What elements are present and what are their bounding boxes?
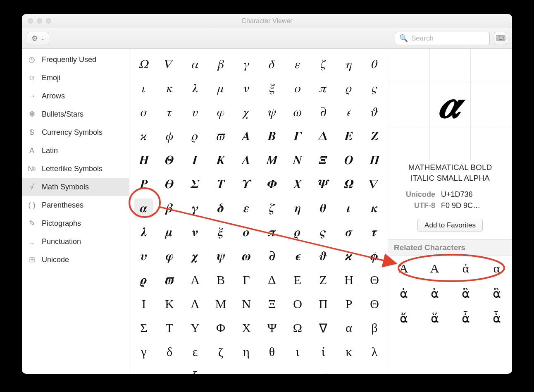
- glyph-cell[interactable]: υ: [362, 364, 387, 374]
- glyph-cell[interactable]: Ξ: [259, 292, 285, 316]
- related-glyph-cell[interactable]: ά: [450, 256, 481, 281]
- glyph-cell[interactable]: 𝝃: [208, 220, 234, 244]
- glyph-cell[interactable]: ο: [208, 364, 234, 374]
- sidebar-item-currency-symbols[interactable]: $Currency Symbols: [22, 123, 129, 141]
- glyph-cell[interactable]: σ: [310, 364, 336, 374]
- glyph-cell[interactable]: 𝜍: [362, 76, 387, 100]
- sidebar-item-bullets-stars[interactable]: ✻Bullets/Stars: [22, 105, 129, 123]
- glyph-cell[interactable]: Ο: [285, 292, 310, 316]
- glyph-cell[interactable]: Τ: [157, 316, 182, 340]
- glyph-cell[interactable]: Θ: [362, 292, 387, 316]
- glyph-cell[interactable]: α: [336, 316, 362, 340]
- glyph-cell[interactable]: 𝝍: [208, 244, 234, 268]
- glyph-cell[interactable]: ξ: [182, 364, 208, 374]
- glyph-cell[interactable]: 𝜦: [234, 148, 259, 172]
- glyph-cell[interactable]: β: [362, 316, 387, 340]
- related-glyph-cell[interactable]: ἇ: [481, 306, 512, 330]
- sidebar-item-frequently-used[interactable]: ◷Frequently Used: [22, 50, 129, 69]
- glyph-cell[interactable]: Η: [336, 268, 362, 292]
- glyph-cell[interactable]: 𝜄: [131, 76, 157, 100]
- glyph-cell[interactable]: 𝛾: [234, 52, 259, 76]
- glyph-cell[interactable]: 𝜈: [234, 76, 259, 100]
- glyph-cell[interactable]: 𝝁: [157, 220, 182, 244]
- glyph-cell[interactable]: 𝜾: [336, 196, 362, 220]
- glyph-cell[interactable]: 𝝒: [336, 244, 362, 268]
- related-glyph-cell[interactable]: ἅ: [419, 306, 450, 330]
- glyph-cell[interactable]: 𝜯: [208, 172, 234, 196]
- glyph-cell[interactable]: 𝝋: [157, 244, 182, 268]
- glyph-cell[interactable]: 𝜫: [362, 148, 387, 172]
- glyph-cell[interactable]: 𝜼: [285, 196, 310, 220]
- related-glyph-cell[interactable]: ἁ: [419, 281, 450, 306]
- related-glyph-cell[interactable]: ἄ: [388, 306, 419, 330]
- add-to-favorites-button[interactable]: Add to Favorites: [417, 219, 483, 232]
- glyph-cell[interactable]: 𝜢: [131, 148, 157, 172]
- glyph-cell[interactable]: 𝜽: [310, 196, 336, 220]
- related-glyph-cell[interactable]: ἀ: [388, 281, 419, 306]
- glyph-cell[interactable]: 𝜝: [259, 124, 285, 148]
- glyph-cell[interactable]: 𝜑: [208, 100, 234, 124]
- glyph-cell[interactable]: Φ: [208, 316, 234, 340]
- glyph-cell[interactable]: 𝜤: [182, 148, 208, 172]
- sidebar-item-punctuation[interactable]: .,Punctuation: [22, 232, 129, 251]
- glyph-cell[interactable]: ί: [310, 340, 336, 364]
- glyph-cell[interactable]: 𝜩: [310, 148, 336, 172]
- glyph-cell[interactable]: 𝝄: [234, 220, 259, 244]
- glyph-cell[interactable]: 𝜳: [310, 172, 336, 196]
- glyph-cell[interactable]: 𝜒: [234, 100, 259, 124]
- glyph-cell[interactable]: 𝛿: [259, 52, 285, 76]
- sidebar-item-parentheses[interactable]: ( )Parentheses: [22, 196, 129, 214]
- glyph-cell[interactable]: λ: [362, 340, 387, 364]
- related-glyph-cell[interactable]: ἂ: [450, 281, 481, 306]
- glyph-cell[interactable]: Γ: [234, 268, 259, 292]
- glyph-cell[interactable]: 𝜗: [362, 100, 387, 124]
- glyph-cell[interactable]: 𝝓: [362, 244, 387, 268]
- glyph-cell[interactable]: Ω: [285, 316, 310, 340]
- glyph-cell[interactable]: 𝜵: [362, 172, 387, 196]
- glyph-cell[interactable]: 𝜲: [285, 172, 310, 196]
- glyph-cell[interactable]: 𝜟: [310, 124, 336, 148]
- glyph-cell[interactable]: 𝜚: [182, 124, 208, 148]
- glyph-cell[interactable]: 𝝅: [259, 220, 285, 244]
- glyph-cell[interactable]: 𝜪: [336, 148, 362, 172]
- glyph-cell[interactable]: 𝜔: [285, 100, 310, 124]
- glyph-cell[interactable]: Μ: [208, 292, 234, 316]
- glyph-cell[interactable]: 𝛻: [157, 52, 182, 76]
- glyph-cell[interactable]: Ρ: [336, 292, 362, 316]
- glyph-cell[interactable]: 𝜹: [208, 196, 234, 220]
- glyph-cell[interactable]: 𝛽: [208, 52, 234, 76]
- glyph-cell[interactable]: μ: [131, 364, 157, 374]
- glyph-cell[interactable]: ι: [285, 340, 310, 364]
- glyph-cell[interactable]: 𝝇: [310, 220, 336, 244]
- glyph-cell[interactable]: 𝜎: [131, 100, 157, 124]
- glyph-cell[interactable]: 𝜜: [234, 124, 259, 148]
- glyph-cell[interactable]: 𝜅: [157, 76, 182, 100]
- glyph-cell[interactable]: 𝜉: [259, 76, 285, 100]
- glyph-cell[interactable]: 𝝏: [259, 244, 285, 268]
- glyph-cell[interactable]: γ: [131, 340, 157, 364]
- search-field[interactable]: 🔍: [395, 32, 490, 45]
- glyph-cell[interactable]: Λ: [182, 292, 208, 316]
- glyph-cell[interactable]: 𝜧: [259, 148, 285, 172]
- glyph-cell[interactable]: η: [234, 340, 259, 364]
- glyph-cell[interactable]: 𝜱: [259, 172, 285, 196]
- glyph-cell[interactable]: 𝜥: [208, 148, 234, 172]
- glyph-cell[interactable]: 𝜆: [182, 76, 208, 100]
- glyph-cell[interactable]: Σ: [131, 316, 157, 340]
- glyph-cell[interactable]: 𝜃: [362, 52, 387, 76]
- glyph-cell[interactable]: 𝜕: [310, 100, 336, 124]
- glyph-cell[interactable]: Ζ: [310, 268, 336, 292]
- glyph-cell[interactable]: 𝜺: [234, 196, 259, 220]
- glyph-cell[interactable]: 𝜸: [182, 196, 208, 220]
- glyph-cell[interactable]: Ψ: [259, 316, 285, 340]
- glyph-cell[interactable]: 𝜮: [182, 172, 208, 196]
- glyph-cell[interactable]: π: [234, 364, 259, 374]
- sidebar-item-math-symbols[interactable]: √Math Symbols: [22, 178, 129, 196]
- glyph-cell[interactable]: 𝜿: [362, 196, 387, 220]
- glyph-cell[interactable]: 𝝔: [131, 268, 157, 292]
- glyph-cell[interactable]: 𝜘: [131, 124, 157, 148]
- glyph-cell[interactable]: ζ: [208, 340, 234, 364]
- glyph-cell[interactable]: ε: [182, 340, 208, 364]
- glyph-cell[interactable]: Ε: [285, 268, 310, 292]
- sidebar-item-latin[interactable]: ALatin: [22, 141, 129, 160]
